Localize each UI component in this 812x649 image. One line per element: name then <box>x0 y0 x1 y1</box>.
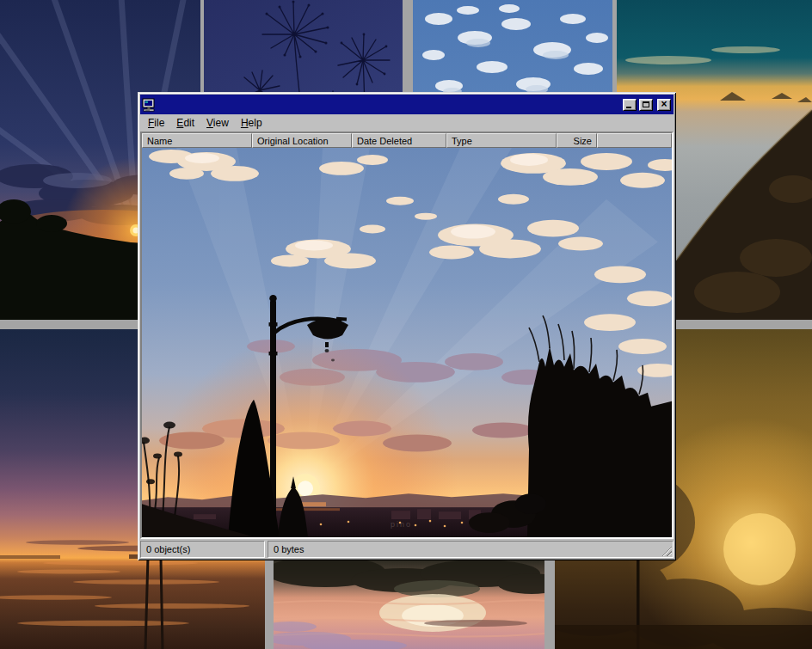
menu-view[interactable]: View <box>200 115 235 132</box>
photo-watermark: pino <box>391 520 412 529</box>
status-bar: 0 object(s) 0 bytes <box>140 541 674 558</box>
titlebar[interactable]: × <box>140 95 674 114</box>
status-byte-count-label: 0 bytes <box>274 544 304 554</box>
menu-view-accelerator: V <box>206 117 213 129</box>
menu-edit-label: dit <box>183 117 194 129</box>
column-header-date-deleted[interactable]: Date Deleted <box>352 133 446 148</box>
minimize-button[interactable] <box>623 99 637 111</box>
maximize-button[interactable] <box>639 99 653 111</box>
menu-file-label: ile <box>154 117 164 129</box>
list-client-area[interactable]: pino <box>142 148 672 537</box>
recycle-bin-window: × File Edit View Help Name Original Loca… <box>138 92 676 560</box>
desktop: × File Edit View Help Name Original Loca… <box>0 0 812 649</box>
status-byte-count: 0 bytes <box>268 541 674 558</box>
menu-file[interactable]: File <box>142 115 170 132</box>
list-view: Name Original Location Date Deleted Type… <box>140 132 674 539</box>
menu-help-accelerator: H <box>241 117 249 129</box>
column-header-filler <box>597 133 672 148</box>
column-header-type[interactable]: Type <box>446 133 557 148</box>
resize-grip[interactable] <box>661 545 672 556</box>
close-button[interactable]: × <box>657 99 671 111</box>
menu-view-label: iew <box>213 117 229 129</box>
column-header-original-location[interactable]: Original Location <box>252 133 352 148</box>
client-photo-sunset-lamp: pino <box>142 148 672 537</box>
column-header-name[interactable]: Name <box>142 133 252 148</box>
maximize-icon <box>643 101 649 107</box>
minimize-icon <box>626 107 631 108</box>
menu-help-label: elp <box>249 117 262 129</box>
column-header-size[interactable]: Size <box>557 133 597 148</box>
menu-bar: File Edit View Help <box>140 115 674 132</box>
computer-icon[interactable] <box>142 98 156 112</box>
menu-help[interactable]: Help <box>235 115 268 132</box>
close-icon: × <box>661 100 667 108</box>
status-object-count: 0 object(s) <box>140 541 265 558</box>
menu-edit[interactable]: Edit <box>170 115 200 132</box>
column-header-row: Name Original Location Date Deleted Type… <box>142 133 672 148</box>
